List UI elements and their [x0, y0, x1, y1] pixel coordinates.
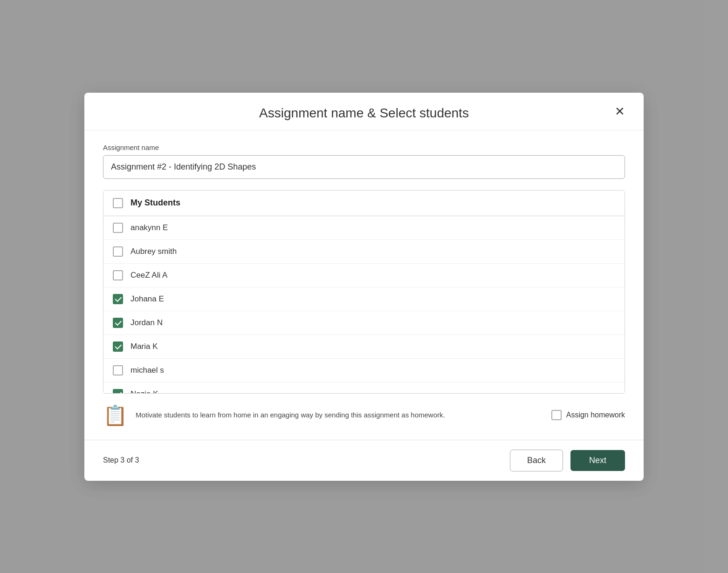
homework-description: Motivate students to learn from home in … [136, 410, 543, 421]
students-header-row: My Students [103, 191, 625, 216]
student-checkbox[interactable] [113, 270, 123, 280]
assignment-name-input[interactable] [103, 155, 625, 179]
student-name: michael s [130, 366, 164, 375]
student-name: anakynn E [130, 223, 168, 232]
student-name: Johana E [130, 294, 164, 304]
homework-icon: 📋 [103, 404, 127, 427]
assignment-name-label: Assignment name [103, 143, 625, 151]
student-name: Aubrey smith [130, 247, 177, 256]
homework-section: 📋 Motivate students to learn from home i… [103, 394, 625, 430]
step-indicator: Step 3 of 3 [103, 456, 139, 464]
table-row: Jordan N [103, 311, 625, 335]
assign-homework-group: Assign homework [551, 410, 625, 420]
student-checkbox[interactable] [113, 223, 123, 233]
assign-homework-checkbox[interactable] [551, 410, 562, 420]
close-button[interactable]: ✕ [611, 103, 629, 119]
modal-header: Assignment name & Select students ✕ [84, 93, 644, 130]
student-name: Nazia K [130, 389, 158, 393]
table-row: michael s [103, 359, 625, 382]
table-row: Johana E [103, 287, 625, 311]
modal-body: Assignment name My Students anakynn EAub… [84, 130, 644, 440]
table-row: Nazia K [103, 382, 625, 393]
student-checkbox[interactable] [113, 365, 123, 375]
table-row: CeeZ Ali A [103, 264, 625, 287]
modal-footer: Step 3 of 3 Back Next [84, 440, 644, 481]
table-row: anakynn E [103, 216, 625, 240]
modal-overlay: Assignment name & Select students ✕ Assi… [0, 0, 728, 573]
student-checkbox[interactable] [113, 246, 123, 257]
students-header-label: My Students [130, 198, 180, 208]
student-checkbox[interactable] [113, 389, 123, 393]
student-name: Maria K [130, 342, 158, 351]
student-name: CeeZ Ali A [130, 271, 167, 280]
student-checkbox[interactable] [113, 294, 123, 304]
next-button[interactable]: Next [570, 450, 625, 471]
student-name: Jordan N [130, 318, 163, 327]
back-button[interactable]: Back [510, 450, 563, 471]
students-list: anakynn EAubrey smithCeeZ Ali AJohana EJ… [103, 216, 625, 393]
table-row: Maria K [103, 335, 625, 359]
select-all-checkbox[interactable] [113, 198, 123, 208]
student-checkbox[interactable] [113, 341, 123, 352]
students-section: My Students anakynn EAubrey smithCeeZ Al… [103, 190, 625, 394]
footer-buttons: Back Next [510, 450, 625, 471]
modal-dialog: Assignment name & Select students ✕ Assi… [84, 93, 644, 481]
student-checkbox[interactable] [113, 318, 123, 328]
table-row: Aubrey smith [103, 240, 625, 264]
assign-homework-label[interactable]: Assign homework [566, 411, 625, 419]
modal-title: Assignment name & Select students [259, 106, 469, 121]
